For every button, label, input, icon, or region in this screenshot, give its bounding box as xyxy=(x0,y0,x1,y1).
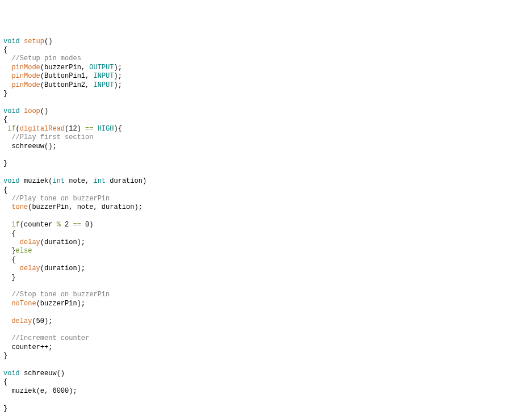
fn-pinmode: pinMode xyxy=(11,64,40,72)
brace-open: { xyxy=(3,116,7,124)
indent xyxy=(3,64,11,72)
space xyxy=(20,107,24,115)
args: (buzzerPin, note, duration); xyxy=(28,203,143,211)
space xyxy=(20,369,24,377)
const-input: INPUT xyxy=(93,72,114,80)
indent xyxy=(3,274,11,282)
comma: , xyxy=(81,64,89,72)
op-eq: == xyxy=(73,221,81,229)
indent xyxy=(3,291,11,299)
arg: ButtonPin2 xyxy=(44,81,85,89)
fn-call-muziek: muziek xyxy=(11,387,36,395)
paren-close: ) xyxy=(143,177,146,185)
paren-open: ( xyxy=(40,64,44,72)
fn-pinmode: pinMode xyxy=(11,72,40,80)
indent xyxy=(3,54,11,62)
keyword-if: if xyxy=(11,221,19,229)
indent xyxy=(3,256,11,264)
paren-close: ){ xyxy=(114,125,122,133)
op-mod: % xyxy=(57,221,61,229)
arg: buzzerPin xyxy=(44,64,81,72)
keyword-else: else xyxy=(16,247,32,255)
brace-close: } xyxy=(3,90,7,98)
blank-line xyxy=(3,98,7,106)
space xyxy=(20,37,24,45)
keyword-void: void xyxy=(3,37,20,45)
comment: //Stop tone on buzzerPin xyxy=(11,291,110,299)
fn-loop: loop xyxy=(24,107,40,115)
args: (50); xyxy=(32,317,52,325)
args: (buzzerPin); xyxy=(36,300,85,308)
keyword-void: void xyxy=(3,177,20,185)
indent xyxy=(3,300,11,308)
paren: () xyxy=(40,107,48,115)
arg: ButtonPin1 xyxy=(44,72,85,80)
indent xyxy=(3,195,11,203)
indent xyxy=(3,264,20,272)
param-duration: duration xyxy=(106,177,143,185)
fn-delay: delay xyxy=(20,264,40,272)
comma: , xyxy=(85,177,93,185)
keyword-int: int xyxy=(93,177,106,185)
indent xyxy=(3,247,11,255)
fn-muziek: muziek xyxy=(24,177,48,185)
args: (duration); xyxy=(40,264,85,272)
number: 12 xyxy=(69,125,77,133)
fn-delay: delay xyxy=(20,238,40,246)
blank-line xyxy=(3,282,7,290)
fn-setup: setup xyxy=(24,37,44,45)
code-block: void setup() { //Setup pin modes pinMode… xyxy=(3,37,508,413)
const-high: HIGH xyxy=(98,125,114,133)
fn-call: schreeuw xyxy=(11,142,44,150)
brace-open: { xyxy=(3,46,7,54)
indent xyxy=(3,387,11,395)
fn-tone: tone xyxy=(11,203,28,211)
blank-line xyxy=(3,361,7,369)
brace-close: } xyxy=(3,159,7,167)
space xyxy=(20,177,24,185)
fn-pinmode: pinMode xyxy=(11,81,40,89)
brace-close: } xyxy=(3,405,7,413)
const-input: INPUT xyxy=(93,81,114,89)
brace-open: { xyxy=(3,186,7,194)
indent xyxy=(3,203,11,211)
blank-line xyxy=(3,169,7,177)
paren-close: ); xyxy=(114,81,122,89)
fn-notone: noTone xyxy=(11,300,36,308)
paren-open: ( xyxy=(16,125,20,133)
indent xyxy=(3,221,11,229)
paren-open: ( xyxy=(40,72,44,80)
keyword-void: void xyxy=(3,107,20,115)
end: 0) xyxy=(81,221,94,229)
indent xyxy=(3,317,11,325)
keyword-if: if xyxy=(7,125,15,133)
indent xyxy=(3,230,11,238)
space xyxy=(81,125,85,133)
blank-line xyxy=(3,308,7,316)
brace-close: } xyxy=(3,352,7,360)
brace-open: { xyxy=(3,378,7,386)
space xyxy=(93,125,97,133)
comment: //Increment counter xyxy=(11,334,89,342)
comment: //Play tone on buzzerPin xyxy=(11,195,110,203)
brace-open: { xyxy=(11,256,15,264)
comment: //Play first section xyxy=(11,133,93,141)
paren-close: ); xyxy=(114,72,122,80)
blank-line xyxy=(3,212,7,220)
paren: () xyxy=(57,369,65,377)
comma: , xyxy=(85,72,93,80)
indent xyxy=(3,334,11,342)
param-note: note xyxy=(65,177,85,185)
op-eq: == xyxy=(85,125,93,133)
blank-line xyxy=(3,396,7,404)
keyword-void: void xyxy=(3,369,20,377)
blank-line xyxy=(3,151,7,159)
indent xyxy=(3,72,11,80)
indent xyxy=(3,343,11,351)
args: (duration); xyxy=(40,238,85,246)
keyword-int: int xyxy=(52,177,65,185)
brace-close: } xyxy=(11,247,15,255)
fn-digitalread: digitalRead xyxy=(20,125,65,133)
paren-open: (counter xyxy=(20,221,57,229)
paren: () xyxy=(44,37,52,45)
